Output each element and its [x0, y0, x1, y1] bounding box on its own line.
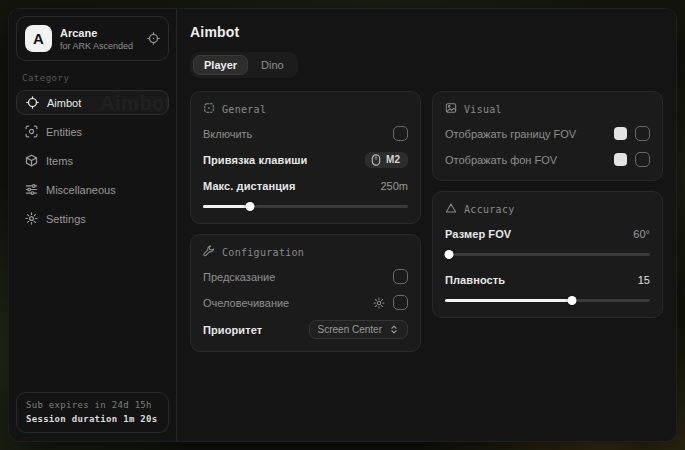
sidebar-item-aimbot[interactable]: Aimbot Aimbot	[16, 90, 169, 115]
sidebar-item-entities[interactable]: Entities	[16, 119, 169, 144]
prediction-checkbox[interactable]	[393, 269, 408, 284]
sidebar-item-ghost-label: Aimbot	[100, 92, 169, 115]
priority-row: Приоритет Screen Center	[203, 320, 408, 339]
brand-subtitle: for ARK Ascended	[60, 41, 139, 51]
wrench-icon	[203, 245, 215, 259]
sub-expires-text: Sub expires in 24d 15h	[26, 400, 159, 410]
app-window: A Arcane for ARK Ascended Category	[8, 8, 677, 442]
visual-card: Visual Отображать границу FOV Отображать…	[432, 91, 663, 181]
tab-player[interactable]: Player	[193, 55, 248, 75]
prediction-label: Предсказание	[203, 271, 275, 283]
priority-label: Приоритет	[203, 324, 262, 336]
scan-icon	[25, 125, 38, 138]
slider-thumb[interactable]	[445, 250, 454, 259]
sidebar-item-label: Items	[46, 155, 73, 167]
crosshair-icon[interactable]	[147, 32, 160, 45]
fov-bg-color-swatch[interactable]	[614, 153, 627, 166]
fov-bg-label: Отображать фон FOV	[445, 154, 557, 166]
humanize-checkbox[interactable]	[393, 295, 408, 310]
mouse-icon	[371, 154, 381, 166]
fov-size-value: 60°	[633, 228, 650, 240]
max-distance-value: 250m	[380, 180, 408, 192]
keybind-row: Привязка клавиши M2	[203, 151, 408, 168]
slider-thumb[interactable]	[246, 202, 255, 211]
configuration-card: Configuration Предсказание Очеловечивани…	[190, 234, 421, 352]
gear-icon	[25, 212, 38, 225]
priority-dropdown[interactable]: Screen Center	[309, 320, 408, 339]
smoothness-row: Плавность 15	[445, 271, 650, 288]
priority-value: Screen Center	[318, 324, 382, 335]
fov-size-row: Размер FOV 60°	[445, 225, 650, 242]
package-icon	[25, 154, 38, 167]
card-title: Visual	[464, 104, 502, 115]
sidebar-item-label: Miscellaneous	[46, 184, 116, 196]
subscription-card: Sub expires in 24d 15h Session duration …	[16, 392, 169, 433]
fov-border-label: Отображать границу FOV	[445, 128, 576, 140]
fov-size-slider[interactable]	[445, 250, 650, 259]
gear-icon[interactable]	[373, 297, 385, 309]
fov-border-color-swatch[interactable]	[614, 127, 627, 140]
humanize-row: Очеловечивание	[203, 294, 408, 311]
prediction-row: Предсказание	[203, 268, 408, 285]
humanize-label: Очеловечивание	[203, 297, 289, 309]
triangle-icon	[445, 202, 457, 216]
sliders-icon	[25, 183, 38, 196]
general-card: General Включить Привязка клавиши	[190, 91, 421, 224]
session-duration-text: Session duration 1m 20s	[26, 414, 159, 424]
brand-logo: A	[25, 25, 52, 52]
page-title: Aimbot	[190, 24, 663, 40]
sidebar-item-settings[interactable]: Settings	[16, 206, 169, 231]
category-label: Category	[22, 73, 165, 83]
main-panel: Aimbot Player Dino General	[177, 9, 676, 441]
enable-label: Включить	[203, 128, 252, 140]
slider-thumb[interactable]	[568, 296, 577, 305]
accuracy-card: Accuracy Размер FOV 60° Плавность 15	[432, 191, 663, 318]
fov-border-checkbox[interactable]	[635, 126, 650, 141]
fov-border-row: Отображать границу FOV	[445, 125, 650, 142]
sidebar-item-label: Settings	[46, 213, 86, 225]
max-distance-label: Макс. дистанция	[203, 180, 295, 192]
sidebar-item-label: Aimbot	[47, 97, 81, 109]
tab-group: Player Dino	[190, 52, 298, 78]
keybind-value: M2	[386, 154, 400, 165]
target-icon	[203, 102, 215, 116]
enable-row: Включить	[203, 125, 408, 142]
sidebar-nav: Aimbot Aimbot Entities	[16, 90, 169, 231]
brand-name: Arcane	[60, 27, 139, 39]
smoothness-label: Плавность	[445, 274, 505, 286]
card-title: General	[222, 104, 266, 115]
sidebar-item-miscellaneous[interactable]: Miscellaneous	[16, 177, 169, 202]
crosshair-icon	[26, 96, 39, 109]
smoothness-slider[interactable]	[445, 296, 650, 305]
fov-bg-row: Отображать фон FOV	[445, 151, 650, 168]
chevrons-up-down-icon	[389, 324, 399, 335]
keybind-label: Привязка клавиши	[203, 154, 307, 166]
image-icon	[445, 102, 457, 116]
sidebar-item-items[interactable]: Items	[16, 148, 169, 173]
fov-bg-checkbox[interactable]	[635, 152, 650, 167]
sidebar: A Arcane for ARK Ascended Category	[9, 9, 177, 441]
card-title: Configuration	[222, 247, 304, 258]
brand-card: A Arcane for ARK Ascended	[16, 16, 169, 61]
sidebar-item-label: Entities	[46, 126, 82, 138]
enable-checkbox[interactable]	[393, 126, 408, 141]
fov-size-label: Размер FOV	[445, 228, 511, 240]
card-title: Accuracy	[464, 204, 515, 215]
max-distance-slider[interactable]	[203, 202, 408, 211]
keybind-button[interactable]: M2	[365, 152, 408, 168]
smoothness-value: 15	[638, 274, 650, 286]
tab-dino[interactable]: Dino	[250, 55, 295, 75]
max-distance-row: Макс. дистанция 250m	[203, 177, 408, 194]
